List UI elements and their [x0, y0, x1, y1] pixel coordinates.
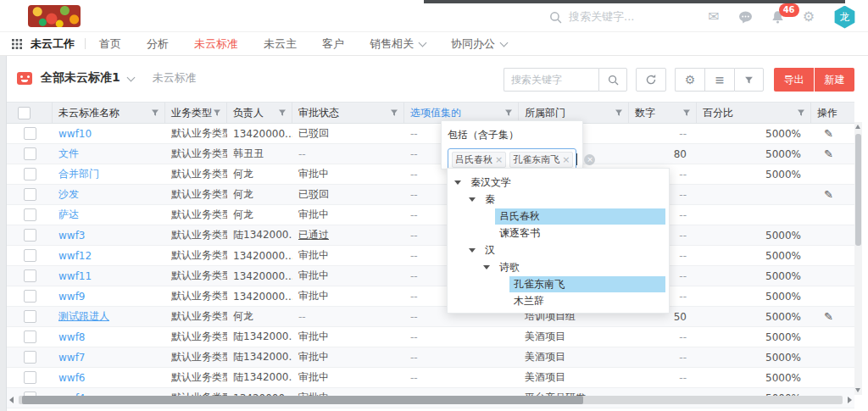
cell-text: 陆1342000... — [233, 350, 292, 364]
nav-item-home[interactable]: 首页 — [99, 36, 121, 52]
clear-input-icon[interactable]: × — [584, 154, 595, 165]
tree-node[interactable]: 汉 — [448, 242, 669, 258]
nav-item-analysis[interactable]: 分析 — [147, 36, 169, 52]
filter-icon[interactable] — [615, 108, 628, 117]
record-link[interactable]: 合并部门 — [58, 167, 99, 181]
settings-button[interactable]: ⚙ — [675, 68, 704, 92]
scroll-down-arrow-icon[interactable] — [855, 388, 860, 392]
filter-icon[interactable] — [390, 108, 403, 117]
global-search[interactable]: 搜索关键字... — [549, 9, 634, 25]
nav-item-sales[interactable]: 销售相关 — [370, 36, 426, 52]
record-link[interactable]: 沙发 — [58, 187, 79, 202]
record-link[interactable]: wwf3 — [58, 230, 86, 242]
tree-node[interactable]: 吕氏春秋 — [448, 208, 669, 225]
nav-item-standard[interactable]: 未云标准 — [194, 36, 238, 52]
cell-checkbox — [7, 225, 53, 245]
record-link[interactable]: wwf12 — [58, 250, 92, 262]
row-checkbox[interactable] — [24, 310, 36, 323]
header-cell-actions: 操作 — [811, 103, 854, 123]
row-checkbox[interactable] — [24, 249, 36, 262]
filter-icon[interactable] — [151, 108, 164, 117]
mail-icon[interactable]: ✉ — [708, 10, 719, 24]
row-checkbox[interactable] — [24, 188, 36, 201]
tag-remove-icon[interactable]: × — [562, 154, 570, 165]
record-link[interactable]: wwf9 — [58, 291, 86, 303]
filter-icon[interactable] — [213, 108, 226, 117]
table-row: wwf7默认业务类型陆1342000...审批中--美酒项目--5000% — [7, 347, 854, 368]
h-scroll-thumb[interactable] — [22, 396, 583, 404]
row-checkbox[interactable] — [24, 147, 36, 160]
tree-node-label: 孔雀东南飞 — [509, 276, 665, 292]
filter-mode-label: 包括（含子集） — [448, 128, 576, 142]
record-link[interactable]: wwf11 — [58, 270, 92, 282]
list-search-button[interactable] — [598, 68, 627, 92]
row-checkbox[interactable] — [24, 127, 36, 140]
horizontal-scrollbar[interactable] — [7, 395, 854, 405]
record-link[interactable]: 测试跟进人 — [58, 309, 109, 324]
cell-text: 何龙 — [233, 309, 253, 324]
filter-icon[interactable] — [682, 108, 696, 117]
list-search-input[interactable] — [504, 68, 598, 92]
v-scroll-thumb[interactable] — [855, 134, 861, 246]
nav-item-master[interactable]: 未云主 — [264, 36, 297, 52]
row-checkbox[interactable] — [24, 330, 36, 343]
workspace-title[interactable]: 未云工作 — [31, 36, 75, 52]
collapsed-sidebar-strip[interactable] — [0, 56, 7, 411]
view-title[interactable]: 全部未云标准1 — [41, 70, 120, 86]
row-checkbox[interactable] — [24, 208, 36, 221]
filter-icon[interactable] — [797, 108, 810, 117]
row-checkbox[interactable] — [24, 168, 36, 181]
filter-icon[interactable] — [278, 108, 292, 117]
record-link[interactable]: wwf8 — [58, 331, 86, 343]
row-checkbox[interactable] — [24, 229, 36, 242]
export-button[interactable]: 导出 — [774, 68, 814, 92]
user-avatar[interactable]: 龙 — [833, 6, 856, 29]
row-checkbox[interactable] — [24, 371, 36, 384]
create-button[interactable]: 新建 — [815, 68, 854, 92]
tree-node[interactable]: 孔雀东南飞 — [448, 275, 669, 292]
record-link[interactable]: wwf6 — [58, 372, 86, 384]
cell-status: 审批中 — [292, 205, 404, 225]
record-link[interactable]: 萨达 — [58, 208, 79, 222]
edit-icon[interactable]: ✎ — [817, 188, 833, 201]
select-all-checkbox[interactable] — [18, 107, 31, 119]
scroll-up-arrow-icon[interactable] — [855, 125, 860, 129]
cell-status: 审批中 — [292, 327, 404, 347]
cell-percent: 5000% — [697, 347, 811, 367]
tree-node[interactable]: 木兰辞 — [448, 292, 669, 309]
gear-icon[interactable]: ⚙ — [803, 10, 815, 24]
cell-actions — [811, 164, 854, 184]
apps-grid-icon[interactable] — [12, 39, 22, 49]
chat-icon[interactable] — [738, 11, 753, 24]
filter-tag: 孔雀东南飞× — [509, 152, 573, 168]
edit-icon[interactable]: ✎ — [817, 310, 833, 323]
tree-node[interactable]: 秦汉文学 — [448, 174, 669, 191]
tag-remove-icon[interactable]: × — [495, 154, 503, 165]
tree-node[interactable]: 诗歌 — [448, 258, 669, 275]
record-link[interactable]: wwf10 — [58, 128, 92, 140]
row-checkbox[interactable] — [24, 351, 36, 364]
cell-text: 5000% — [765, 311, 801, 323]
nav-item-collaboration[interactable]: 协同办公 — [451, 36, 507, 52]
edit-icon[interactable]: ✎ — [817, 127, 833, 140]
refresh-button[interactable] — [636, 68, 666, 92]
edit-icon[interactable]: ✎ — [817, 147, 833, 160]
scroll-right-arrow-icon[interactable] — [848, 397, 852, 403]
filter-icon[interactable] — [504, 108, 518, 117]
vertical-scrollbar[interactable] — [854, 122, 862, 395]
cell-text: 美酒项目 — [525, 350, 565, 364]
record-link[interactable]: wwf7 — [58, 352, 86, 364]
nav-item-customer[interactable]: 客户 — [322, 36, 344, 52]
row-checkbox[interactable] — [24, 269, 36, 282]
tree-node-label: 秦汉文学 — [466, 175, 515, 191]
row-checkbox[interactable] — [24, 290, 36, 303]
tree-node[interactable]: 秦 — [448, 191, 669, 208]
app-logo[interactable] — [28, 5, 81, 27]
nav-divider — [85, 38, 86, 49]
filter-button[interactable] — [734, 68, 764, 92]
chevron-down-icon[interactable] — [126, 74, 135, 82]
tree-node[interactable]: 谏逐客书 — [448, 225, 669, 242]
record-link[interactable]: 文件 — [58, 147, 79, 161]
scroll-left-arrow-icon[interactable] — [9, 397, 14, 403]
display-mode-button[interactable]: ≡ — [704, 68, 734, 92]
